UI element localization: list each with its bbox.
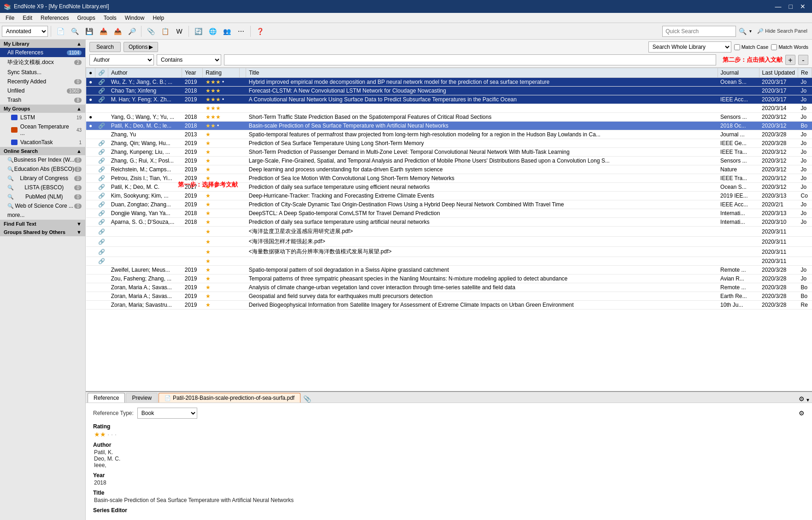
search-scope-dropdown[interactable]: Search Whole Library — [648, 41, 731, 53]
sidebar-item-trash[interactable]: Trash 8 — [0, 95, 85, 105]
more-btn[interactable]: ⋯ — [235, 25, 247, 38]
search-value-input[interactable] — [224, 54, 716, 65]
table-row[interactable]: 🔗 Chao Tan; Xinfeng 2018 ★★★ Forecast-CL… — [86, 87, 812, 95]
chevron-down-icon[interactable]: ▼ — [806, 397, 810, 403]
help-btn[interactable]: ❓ — [253, 25, 266, 38]
close-btn[interactable]: ✕ — [797, 3, 808, 10]
table-row[interactable]: 🔗 Duan, Zongtao; Zhang... 2019 ★ Predict… — [86, 200, 812, 209]
find-full-text-header[interactable]: Find Full Text ▼ — [0, 220, 85, 228]
settings-icon[interactable]: ⚙ — [799, 395, 805, 403]
table-row[interactable]: ★★★ 2020/3/14 Jo — [86, 104, 812, 113]
table-row[interactable]: 🔗 Dongjie Wang, Yan Ya... 2018 ★ DeepSTC… — [86, 209, 812, 218]
tab-preview[interactable]: Preview — [126, 393, 158, 403]
ref-table-container[interactable]: ● 🔗 Author Year Rating Title Journal Las… — [86, 68, 812, 391]
sidebar-group-lstm[interactable]: LSTM 19 — [0, 113, 85, 122]
sidebar-item-education[interactable]: 🔍 Education Abs (EBSCO) 0 — [0, 164, 85, 174]
menu-references[interactable]: References — [37, 14, 72, 22]
sidebar-item-library-congress[interactable]: 🔍 Library of Congress 0 — [0, 174, 85, 183]
menu-help[interactable]: Help — [149, 14, 168, 22]
search-remove-row-btn[interactable]: - — [798, 55, 808, 65]
my-groups-header[interactable]: My Groups ▲ — [0, 105, 85, 113]
maximize-btn[interactable]: □ — [786, 3, 795, 10]
ref-type-select[interactable]: Book — [137, 408, 197, 419]
sync-btn[interactable]: 🔄 — [192, 25, 205, 38]
sidebar-item-business[interactable]: 🔍 Business Per Index (W... 0 — [0, 155, 85, 164]
search-button[interactable]: Search — [89, 42, 121, 52]
attach-icon[interactable]: 📎 — [303, 395, 311, 403]
search-condition-dropdown[interactable]: Contains — [157, 54, 221, 65]
sidebar-item-more[interactable]: more... — [0, 210, 85, 220]
import-btn[interactable]: 📥 — [97, 25, 110, 38]
sidebar-item-all-refs[interactable]: All References 1104 — [0, 48, 85, 57]
settings-icon-2[interactable]: ⚙ — [799, 409, 805, 417]
search-add-row-btn[interactable]: + — [785, 55, 795, 65]
options-button[interactable]: Options ▶ — [124, 42, 158, 52]
sidebar-item-template[interactable]: 毕业论文模板.docx 2 — [0, 57, 85, 68]
tab-reference[interactable]: Reference — [88, 393, 125, 403]
menu-tools[interactable]: Tools — [100, 14, 120, 22]
sidebar-item-sync[interactable]: Sync Status... — [0, 68, 85, 77]
table-row[interactable]: 🔗 Zhang, G.; Rui, X.; Posl... 2019 ★ Lar… — [86, 157, 812, 165]
my-library-header[interactable]: My Library ▲ — [0, 40, 85, 48]
menu-groups[interactable]: Groups — [73, 14, 99, 22]
word-btn[interactable]: W — [173, 25, 186, 38]
match-words-checkbox[interactable] — [771, 44, 777, 50]
table-row[interactable]: 🔗 ★ <海量数据驱动下的高分辨率海洋数值模式发展与展望.pdf> 2020/3… — [86, 247, 812, 257]
online-search-header[interactable]: Online Search ▲ — [0, 147, 85, 155]
open-btn[interactable]: 🔍 — [68, 25, 81, 38]
hide-search-panel-btn[interactable]: 🔎 Hide Search Panel — [754, 27, 810, 35]
col-header-rating[interactable]: Rating — [203, 68, 240, 78]
table-row[interactable]: ● 🔗 Wu, Z. Y.; Jiang, C. B.; ... 2019 ★★… — [86, 78, 812, 87]
minimize-btn[interactable]: — — [772, 3, 784, 10]
export-btn[interactable]: 📤 — [111, 25, 124, 38]
table-row[interactable]: 🔗 Zhang, Kunpeng; Liu, ... 2019 ★ Short-… — [86, 148, 812, 157]
insert-citation-btn[interactable]: 📎 — [144, 25, 157, 38]
sidebar-item-pubmed[interactable]: 🔍 PubMed (NLM) 0 — [0, 192, 85, 201]
col-header-journal[interactable]: Journal — [718, 68, 759, 78]
table-row[interactable]: Zhang, Yu 2013 ★ Spatio-temporal feature… — [86, 130, 812, 139]
col-header-attach[interactable]: 🔗 — [95, 68, 108, 78]
sidebar-group-ocean-temp[interactable]: Ocean Temperature ... 43 — [0, 122, 85, 138]
match-case-checkbox[interactable] — [734, 44, 740, 50]
match-case-label[interactable]: Match Case — [734, 44, 769, 50]
col-header-re[interactable]: Re — [798, 68, 812, 78]
table-row[interactable]: 🔗 ★ <海洋盐度卫星农业遥感应用研究进展.pdf> 2020/3/11 — [86, 227, 812, 237]
new-ref-btn[interactable]: 📄 — [54, 25, 67, 38]
match-words-label[interactable]: Match Words — [771, 44, 808, 50]
search-field-dropdown[interactable]: Author — [89, 54, 154, 65]
sidebar-item-unfiled[interactable]: Unfiled 1060 — [0, 86, 85, 95]
table-row[interactable]: ● 🔗 Patil, K.; Deo, M. C.; le... 2018 ★★… — [86, 122, 812, 130]
format-btn[interactable]: 📋 — [159, 25, 171, 38]
table-row[interactable]: 🔗 Reichstein, M.; Camps... 2019 ★ Deep l… — [86, 165, 812, 174]
table-row[interactable]: 🔗 Zhang, Qin; Wang, Hu... 2019 ★ Predict… — [86, 139, 812, 148]
table-row[interactable]: ● 🔗 M. Han; Y. Feng; X. Zh... 2019 ★★★ •… — [86, 95, 812, 104]
col-header-year[interactable]: Year — [182, 68, 203, 78]
col-header-author[interactable]: Author — [108, 68, 182, 78]
menu-window[interactable]: Window — [121, 14, 148, 22]
table-row[interactable]: ● Yang, G.; Wang, Y.; Yu, ... 2018 ★★★ S… — [86, 113, 812, 122]
table-row[interactable]: 🔗 Kim, Sookyung; Kim, ... 2019 ★ Deep-Hu… — [86, 192, 812, 200]
col-header-title[interactable]: Title — [246, 68, 718, 78]
table-row[interactable]: 🔗 ★ <海洋强国怎样才能强起来.pdf> 2020/3/11 — [86, 237, 812, 247]
table-row[interactable]: Zoran, Maria A.; Savas... 2019 ★ Analysi… — [86, 283, 812, 292]
menu-file[interactable]: File — [2, 14, 18, 22]
groups-shared-header[interactable]: Groups Shared by Others ▼ — [0, 228, 85, 236]
sidebar-item-lista[interactable]: 🔍 LISTA (EBSCO) 0 — [0, 183, 85, 192]
col-header-flag[interactable]: ● — [86, 68, 95, 78]
tab-pdf[interactable]: 📄 Patil-2018-Basin-scale-prediction-of-s… — [159, 393, 300, 403]
table-row[interactable]: Zoran, Maria A.; Savas... 2019 ★ Geospat… — [86, 292, 812, 301]
menu-edit[interactable]: Edit — [19, 14, 36, 22]
col-header-dot[interactable] — [240, 68, 246, 78]
table-row[interactable]: 🔗 ★ 2020/3/11 — [86, 257, 812, 266]
table-row[interactable]: 🔗 Aparna, S. G.; D'Souza,... 2018 ★ Pred… — [86, 218, 812, 227]
sidebar-item-recently-added[interactable]: Recently Added 0 — [0, 77, 85, 86]
toolbar-style-dropdown[interactable]: Annotated — [2, 26, 48, 37]
save-btn[interactable]: 💾 — [82, 25, 95, 38]
find-btn[interactable]: 🔎 — [125, 25, 138, 38]
connect-btn[interactable]: 🌐 — [206, 25, 219, 38]
table-row[interactable]: Zoran, Maria; Savastru... 2019 ★ Derived… — [86, 301, 812, 310]
table-row[interactable]: Zweifel, Lauren; Meus... 2019 ★ Spatio-t… — [86, 266, 812, 275]
groups-btn[interactable]: 👥 — [220, 25, 233, 38]
col-header-updated[interactable]: Last Updated — [759, 68, 798, 78]
sidebar-item-web-of-science[interactable]: 🔍 Web of Science Core ... 0 — [0, 201, 85, 210]
